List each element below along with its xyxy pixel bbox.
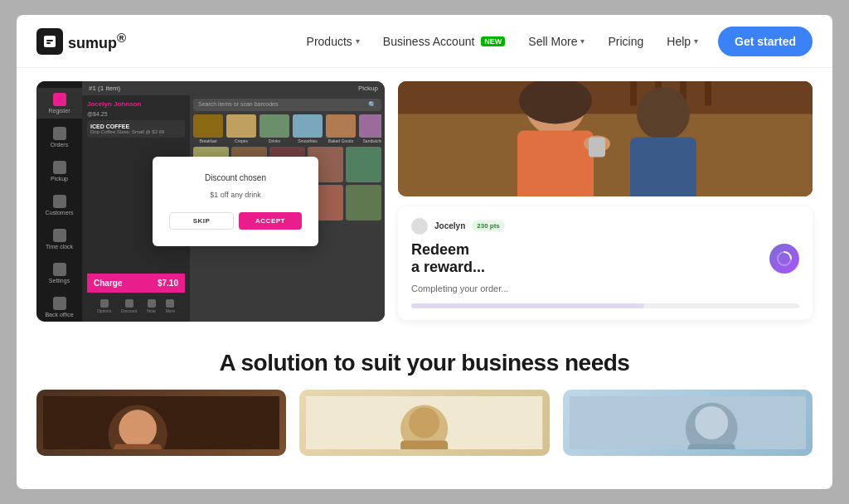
sumup-logo-icon <box>36 28 63 55</box>
barista-photo <box>398 81 813 196</box>
pos-topbar: #1 (1 item) Pickup <box>82 81 385 95</box>
right-images: Jocelyn 230 pts Redeema reward... <box>398 81 813 320</box>
reward-points-badge: 230 pts <box>472 220 505 231</box>
discount-skip-button[interactable]: SKIP <box>169 212 234 230</box>
reward-card: Jocelyn 230 pts Redeema reward... <box>398 206 813 320</box>
pos-category-breakfast[interactable]: Breakfast <box>193 114 223 143</box>
pos-category-sandwiches[interactable]: Sandwiches <box>359 114 381 143</box>
pos-search-placeholder: Search items or scan barcodes <box>198 101 279 109</box>
logo-reg: ® <box>117 31 126 45</box>
breakfast-img <box>193 114 223 138</box>
pos-sidebar: Register Orders Pickup Customers <box>36 81 82 322</box>
svg-point-19 <box>119 410 157 448</box>
pos-item-name: ICED COFFEE <box>90 124 182 129</box>
discount-accept-button[interactable]: ACCEPT <box>239 212 302 230</box>
pos-mockup: Register Orders Pickup Customers <box>36 81 385 322</box>
pos-sidebar-timeclock[interactable]: Time clock <box>36 224 82 254</box>
pos-category-crepes[interactable]: Crepes <box>226 114 256 143</box>
options-icon <box>100 299 109 308</box>
svg-rect-24 <box>400 440 448 449</box>
pos-category-baked[interactable]: Baked Goods <box>326 114 356 143</box>
timeclock-icon <box>53 229 66 242</box>
smoothies-img <box>293 114 323 138</box>
svg-point-23 <box>409 407 439 438</box>
pos-bottom-options[interactable]: Options <box>97 299 111 313</box>
page-wrapper: sumup® Products ▾ Business Account NEW S… <box>17 15 832 489</box>
pos-sidebar-backoffice[interactable]: Back office <box>36 292 82 322</box>
svg-rect-2 <box>46 42 51 44</box>
nav-item-help[interactable]: Help ▾ <box>667 35 698 48</box>
product-5[interactable] <box>346 147 381 182</box>
pickup-icon <box>53 161 66 174</box>
pos-customer-name: Jocelyn Johnson <box>87 100 185 108</box>
svg-rect-28 <box>687 444 735 449</box>
pos-bottom-bar: Options Discount Note <box>87 296 185 317</box>
discount-icon <box>125 299 133 308</box>
nav-links: Products ▾ Business Account NEW Sell Mor… <box>307 35 699 48</box>
pos-topbar-order: #1 (1 item) <box>89 85 120 92</box>
pos-item-desc: Drip Coffee Sizes: Small @ $2.69 <box>90 129 182 134</box>
pos-bottom-discount[interactable]: Discount <box>121 299 137 313</box>
pos-category-smoothies[interactable]: Smoothies <box>293 114 323 143</box>
get-started-button[interactable]: Get started <box>718 27 813 56</box>
pos-sidebar-customers-label: Customers <box>46 210 74 216</box>
svg-rect-10 <box>517 130 594 196</box>
svg-rect-1 <box>46 40 53 41</box>
svg-point-12 <box>637 87 690 140</box>
product-10[interactable] <box>346 185 381 220</box>
pos-charge-amount: $7.10 <box>158 279 178 288</box>
reward-customer-name: Jocelyn <box>434 221 465 230</box>
reward-completing-area: Completing your order... <box>411 284 799 293</box>
pos-sidebar-orders[interactable]: Orders <box>36 122 82 153</box>
discount-modal: Discount chosen $1 off any drink SKIP AC… <box>153 157 318 246</box>
svg-rect-8 <box>705 81 711 105</box>
new-badge: NEW <box>481 36 505 46</box>
reward-spinner-icon <box>769 244 799 274</box>
svg-point-27 <box>695 406 728 439</box>
customers-icon <box>53 195 66 208</box>
barista-illustration <box>398 81 813 196</box>
discount-modal-buttons: SKIP ACCEPT <box>169 212 302 230</box>
pos-search-bar[interactable]: Search items or scan barcodes 🔍 <box>193 99 381 111</box>
svg-rect-4 <box>398 81 813 114</box>
pos-sidebar-timeclock-label: Time clock <box>46 244 73 250</box>
nav-item-products[interactable]: Products ▾ <box>307 35 360 48</box>
pos-sidebar-pickup-label: Pickup <box>51 176 68 182</box>
nav-item-business-account[interactable]: Business Account NEW <box>383 35 506 48</box>
reward-card-header: Jocelyn 230 pts <box>411 218 799 235</box>
pos-sidebar-register[interactable]: Register <box>36 88 82 119</box>
bottom-card-1 <box>36 390 286 456</box>
note-icon <box>148 299 156 308</box>
backoffice-icon <box>53 297 66 310</box>
reward-loading-fill <box>411 303 644 308</box>
pos-sidebar-settings-label: Settings <box>49 278 70 284</box>
pos-category-drinks[interactable]: Drinks <box>260 114 289 143</box>
nav-item-pricing[interactable]: Pricing <box>608 35 643 48</box>
svg-rect-13 <box>630 137 696 196</box>
pos-bottom-more[interactable]: More <box>166 299 175 313</box>
pos-sidebar-customers[interactable]: Customers <box>36 190 82 220</box>
more-icon <box>166 299 174 308</box>
baked-img <box>326 114 356 138</box>
navbar: sumup® Products ▾ Business Account NEW S… <box>17 15 832 68</box>
pos-charge-label: Charge <box>94 279 122 288</box>
products-chevron-icon: ▾ <box>356 36 360 46</box>
pos-order-total: @$4.25 <box>87 111 185 117</box>
pos-sidebar-register-label: Register <box>48 108 70 114</box>
reward-completing-text: Completing your order... <box>411 284 508 293</box>
svg-rect-20 <box>114 444 162 449</box>
logo-area: sumup® <box>36 28 126 55</box>
pos-sidebar-settings[interactable]: Settings <box>36 258 82 288</box>
pos-categories: Breakfast Crepes Drinks <box>193 114 381 143</box>
nav-item-sell-more[interactable]: Sell More ▾ <box>528 35 585 48</box>
reward-avatar <box>411 218 428 235</box>
hero-section: Register Orders Pickup Customers <box>17 68 832 333</box>
bottom-cards <box>36 390 813 456</box>
sandwiches-img <box>359 114 381 138</box>
sell-more-chevron-icon: ▾ <box>580 36 585 46</box>
register-icon <box>53 93 66 106</box>
pos-charge-bar[interactable]: Charge $7.10 <box>87 274 185 293</box>
pos-sidebar-pickup[interactable]: Pickup <box>36 156 82 187</box>
pos-bottom-note[interactable]: Note <box>147 299 156 313</box>
hero-headline: A solution to suit your business needs <box>220 350 630 376</box>
